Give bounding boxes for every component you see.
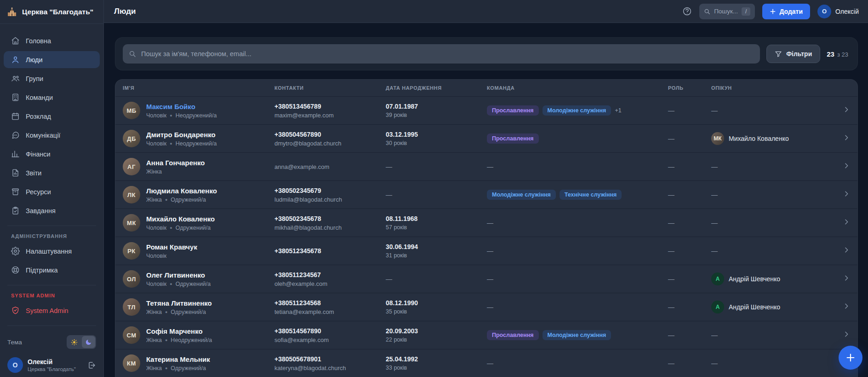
chevron-right-icon[interactable] [843,246,850,255]
person-name[interactable]: Тетяна Литвиненко [146,299,212,307]
sidebar-item-label: Підтримка [26,267,58,274]
dark-theme-button[interactable] [82,336,95,348]
person-name[interactable]: Дмитро Бондаренко [146,131,217,139]
sidebar-item-label: Групи [26,75,43,82]
person-phone: +380513456789 [274,103,386,110]
sidebar: Церква "Благодать" Головна Люди Групи Ко… [0,0,104,377]
sidebar-item-settings[interactable]: Налаштування [4,243,100,260]
guardian-name: Андрій Шевченко [729,275,780,283]
sidebar-item-support[interactable]: Підтримка [4,261,100,278]
role-cell: — [668,303,711,311]
table-row[interactable]: МБ Максим Бойко Чоловік ● Неодружений/а … [115,96,857,124]
team-cell: — [487,247,668,255]
table-row[interactable]: МК Михайло Коваленко Чоловік ● Одружений… [115,209,857,237]
search-icon [704,8,710,15]
chevron-right-icon[interactable] [843,331,850,340]
person-phone: +380514567890 [274,327,386,335]
person-phone: +380511234567 [274,271,386,278]
person-email: anna@example.com [274,163,386,170]
table-row[interactable]: ОЛ Олег Литвиненко Чоловік ● Одружений/а… [115,265,857,293]
sidebar-item-tasks[interactable]: Завдання [4,202,100,219]
guardian-cell: — [711,106,828,115]
sidebar-item-finances[interactable]: Фінанси [4,145,100,162]
add-button[interactable]: Додати [762,4,810,19]
empty-value: — [711,219,718,226]
team-badge: Прославлення [487,105,539,116]
sidebar-nav: Головна Люди Групи Команди Розклад Комун… [0,24,103,221]
theme-toggle[interactable] [67,335,96,349]
contacts-cell: +380502345678mikhail@blagodat.church [274,215,386,231]
sidebar-item-groups[interactable]: Групи [4,70,100,87]
person-name[interactable]: Олег Литвиненко [146,271,211,279]
user-icon [11,55,20,64]
search-icon [129,50,136,58]
sidebar-user[interactable]: О Олексій Церква "Благодать" [0,353,103,377]
person-name[interactable]: Михайло Коваленко [146,215,215,223]
person-name[interactable]: Максим Бойко [146,103,217,110]
guardian: МК Михайло Коваленко [711,132,828,145]
role-cell: — [668,191,711,199]
column-header: РОЛЬ [668,85,711,91]
content: Фільтри 23 з 23 ІМ'ЯКОНТАКТИДАТА НАРОДЖЕ… [104,23,868,377]
chevron-right-icon[interactable] [843,302,850,312]
person-age: 22 років [386,336,487,343]
person-age: 31 років [386,252,487,259]
light-theme-button[interactable] [68,336,81,348]
table-row[interactable]: СМ Софія Марченко Жінка ● Неодружений/а … [115,321,857,349]
sidebar-item-system-admin[interactable]: System Admin [4,302,100,319]
contacts-cell: +380502345679ludmila@blagodat.church [274,187,386,203]
person-name[interactable]: Катерина Мельник [146,355,210,363]
person-meta: Жінка ● Одружений/а [146,309,212,315]
empty-value: — [668,275,674,283]
global-search[interactable]: Пошук... / [699,4,755,19]
chevron-right-icon[interactable] [843,218,850,227]
chevron-right-icon[interactable] [843,162,850,171]
person-name[interactable]: Роман Кравчук [146,243,197,251]
contacts-cell: +380511234567oleh@example.com [274,271,386,287]
guardian-cell: — [711,162,828,171]
fab-add-button[interactable] [839,346,862,370]
person-name[interactable]: Софія Марченко [146,327,212,335]
user-org: Церква "Благодать" [28,366,83,372]
chevron-right-icon[interactable] [843,106,850,115]
person-email: maxim@example.com [274,112,386,119]
sidebar-item-label: Фінанси [26,151,51,158]
person-meta: Жінка ● Одружений/а [146,197,217,203]
sidebar-item-people[interactable]: Люди [4,51,100,68]
empty-value: — [487,163,493,170]
people-search-input[interactable] [123,44,760,64]
chevron-right-icon[interactable] [843,274,850,284]
sun-icon [71,339,78,346]
theme-label: Тема [7,339,22,346]
people-table: ІМ'ЯКОНТАКТИДАТА НАРОДЖЕННЯКОМАНДАРОЛЬОП… [115,79,858,377]
filters-button[interactable]: Фільтри [766,45,820,63]
person-email: ludmila@blagodat.church [274,196,386,203]
table-row[interactable]: РК Роман Кравчук Чоловік +380512345678 3… [115,237,857,265]
table-row[interactable]: ЛК Людмила Коваленко Жінка ● Одружений/а… [115,180,857,209]
topbar-user[interactable]: О Олексій [817,5,859,18]
chevron-right-icon[interactable] [843,134,850,143]
table-row[interactable]: КМ Катерина Мельник Жінка ● Одружений/а … [115,349,857,377]
table-row[interactable]: ТЛ Тетяна Литвиненко Жінка ● Одружений/а… [115,293,857,321]
sidebar-item-reports[interactable]: Звіти [4,164,100,181]
logout-icon[interactable] [87,361,96,370]
sidebar-item-communications[interactable]: Комунікації [4,127,100,144]
contacts-cell: +380511234568tetiana@example.com [274,299,386,315]
table-row[interactable]: ДБ Дмитро Бондаренко Чоловік ● Неодружен… [115,124,857,152]
theme-row: Тема [0,331,103,353]
help-icon[interactable] [682,6,692,16]
sidebar-item-schedule[interactable]: Розклад [4,108,100,125]
empty-value: — [711,247,718,255]
org-header: Церква "Благодать" [0,0,103,24]
system-admin-section-label: SYSTEM ADMIN [0,290,103,302]
person-phone: +380504567890 [274,131,386,138]
sidebar-item-teams[interactable]: Команди [4,89,100,106]
person-avatar: ЛК [123,186,140,203]
person-name[interactable]: Анна Гончаренко [146,159,205,167]
sidebar-item-home[interactable]: Головна [4,32,100,49]
contacts-cell: +380504567890dmytro@blagodat.church [274,131,386,147]
chevron-right-icon[interactable] [843,190,850,199]
sidebar-item-resources[interactable]: Ресурси [4,183,100,200]
person-name[interactable]: Людмила Коваленко [146,187,217,195]
table-row[interactable]: АГ Анна Гончаренко Жінка anna@example.co… [115,152,857,180]
